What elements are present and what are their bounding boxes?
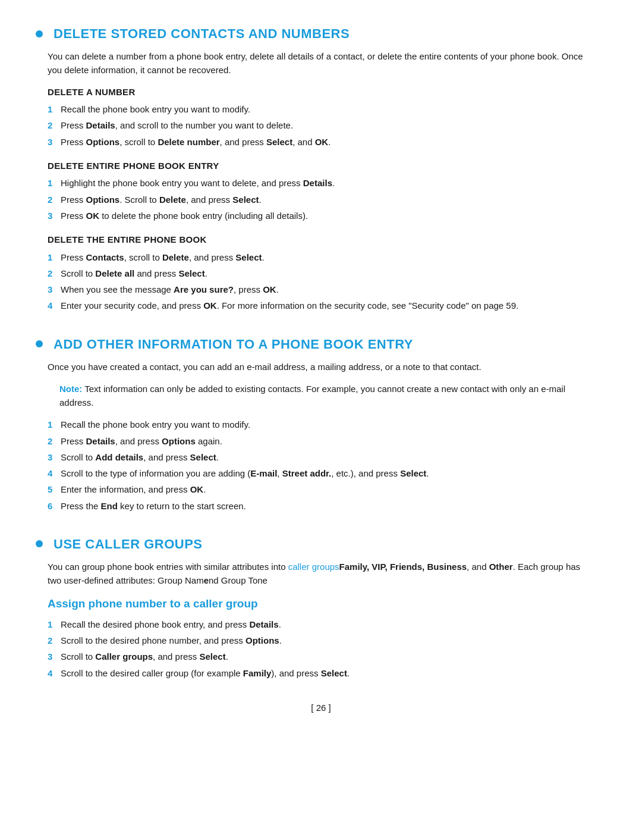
step-item: 1 Highlight the phone book entry you wan… (48, 176, 594, 190)
step-num: 3 (48, 135, 57, 149)
steps-add-info: 1 Recall the phone book entry you want t… (48, 418, 594, 513)
step-text: Enter the information, and press OK. (61, 482, 206, 496)
page-number: [ 26 ] (48, 701, 594, 715)
step-num: 5 (48, 482, 57, 496)
note-block: Note: Text information can only be added… (59, 382, 594, 410)
section-title-delete-stored: DELETE STORED CONTACTS AND NUMBERS (48, 24, 594, 43)
step-text: Press Options. Scroll to Delete, and pre… (61, 193, 262, 206)
step-item: 2 Press Details, and scroll to the numbe… (48, 118, 594, 132)
step-text: Recall the phone book entry you want to … (61, 418, 250, 431)
step-item: 4 Scroll to the type of information you … (48, 466, 594, 480)
step-item: 3 Scroll to Add details, and press Selec… (48, 450, 594, 464)
step-num: 2 (48, 267, 57, 280)
subsection-title-delete-entry: DELETE ENTIRE PHONE BOOK ENTRY (48, 159, 594, 173)
step-text: Scroll to Add details, and press Select. (61, 450, 219, 464)
step-item: 4 Enter your security code, and press OK… (48, 299, 594, 312)
section-delete-stored: DELETE STORED CONTACTS AND NUMBERS You c… (48, 24, 594, 313)
step-num: 1 (48, 250, 57, 264)
step-text: Recall the phone book entry you want to … (61, 102, 250, 116)
step-item: 2 Scroll to the desired phone number, an… (48, 634, 594, 647)
steps-assign-caller-group: 1 Recall the desired phone book entry, a… (48, 618, 594, 680)
step-item: 3 Press OK to delete the phone book entr… (48, 209, 594, 222)
desc-delete-stored: You can delete a number from a phone boo… (48, 49, 594, 77)
subsection-delete-entry: DELETE ENTIRE PHONE BOOK ENTRY 1 Highlig… (48, 159, 594, 222)
step-text: Press Options, scroll to Delete number, … (61, 135, 331, 149)
step-num: 2 (48, 434, 57, 448)
step-num: 2 (48, 634, 57, 647)
caller-groups-link: caller groups (288, 562, 339, 572)
step-text: Press OK to delete the phone book entry … (61, 209, 308, 222)
subsection-title-delete-book: DELETE THE ENTIRE PHONE BOOK (48, 233, 594, 247)
step-num: 4 (48, 299, 57, 312)
section-add-other-info: ADD OTHER INFORMATION TO A PHONE BOOK EN… (48, 334, 594, 513)
subsection-delete-number: DELETE A NUMBER 1 Recall the phone book … (48, 86, 594, 149)
step-num: 1 (48, 176, 57, 190)
step-num: 3 (48, 650, 57, 663)
step-num: 3 (48, 450, 57, 464)
section-title-add-info: ADD OTHER INFORMATION TO A PHONE BOOK EN… (48, 334, 594, 354)
steps-delete-number: 1 Recall the phone book entry you want t… (48, 102, 594, 149)
step-num: 2 (48, 193, 57, 206)
step-item: 5 Enter the information, and press OK. (48, 482, 594, 496)
step-text: Press Details, and press Options again. (61, 434, 222, 448)
step-num: 3 (48, 209, 57, 222)
step-item: 1 Press Contacts, scroll to Delete, and … (48, 250, 594, 264)
step-num: 3 (48, 283, 57, 296)
step-item: 2 Press Details, and press Options again… (48, 434, 594, 448)
step-item: 6 Press the End key to return to the sta… (48, 499, 594, 513)
step-item: 2 Scroll to Delete all and press Select. (48, 267, 594, 280)
step-num: 1 (48, 418, 57, 431)
step-item: 3 Scroll to Caller groups, and press Sel… (48, 650, 594, 663)
step-num: 1 (48, 102, 57, 116)
step-num: 2 (48, 118, 57, 132)
step-item: 4 Scroll to the desired caller group (fo… (48, 666, 594, 680)
step-text: Scroll to Delete all and press Select. (61, 267, 207, 280)
step-text: Scroll to the type of information you ar… (61, 466, 429, 480)
section-title-caller-groups: USE CALLER GROUPS (48, 534, 594, 554)
step-item: 3 Press Options, scroll to Delete number… (48, 135, 594, 149)
note-label: Note: (59, 384, 82, 394)
step-text: Recall the desired phone book entry, and… (61, 618, 281, 631)
step-num: 1 (48, 618, 57, 631)
step-text: Scroll to Caller groups, and press Selec… (61, 650, 228, 663)
desc-caller-groups: You can group phone book entries with si… (48, 560, 594, 588)
step-item: 2 Press Options. Scroll to Delete, and p… (48, 193, 594, 206)
bullet-dot-1 (36, 30, 43, 37)
heading-add-info: ADD OTHER INFORMATION TO A PHONE BOOK EN… (54, 334, 413, 354)
step-text: When you see the message Are you sure?, … (61, 283, 279, 296)
bullet-dot-3 (36, 540, 43, 547)
steps-delete-entry: 1 Highlight the phone book entry you wan… (48, 176, 594, 222)
step-num: 6 (48, 499, 57, 513)
step-item: 1 Recall the phone book entry you want t… (48, 418, 594, 431)
steps-delete-book: 1 Press Contacts, scroll to Delete, and … (48, 250, 594, 313)
step-text: Press Contacts, scroll to Delete, and pr… (61, 250, 265, 264)
section-caller-groups: USE CALLER GROUPS You can group phone bo… (48, 534, 594, 680)
step-item: 3 When you see the message Are you sure?… (48, 283, 594, 296)
step-text: Highlight the phone book entry you want … (61, 176, 335, 190)
step-num: 4 (48, 666, 57, 680)
step-text: Scroll to the desired phone number, and … (61, 634, 282, 647)
step-text: Scroll to the desired caller group (for … (61, 666, 350, 680)
step-item: 1 Recall the phone book entry you want t… (48, 102, 594, 116)
step-num: 4 (48, 466, 57, 480)
bullet-dot-2 (36, 340, 43, 347)
subheading-assign-caller-group: Assign phone number to a caller group (48, 595, 594, 613)
step-text: Press the End key to return to the start… (61, 499, 246, 513)
subsection-title-delete-number: DELETE A NUMBER (48, 86, 594, 99)
step-text: Enter your security code, and press OK. … (61, 299, 518, 312)
desc-add-info: Once you have created a contact, you can… (48, 360, 594, 374)
heading-delete-stored: DELETE STORED CONTACTS AND NUMBERS (54, 24, 350, 43)
subsection-delete-book: DELETE THE ENTIRE PHONE BOOK 1 Press Con… (48, 233, 594, 313)
step-text: Press Details, and scroll to the number … (61, 118, 293, 132)
step-item: 1 Recall the desired phone book entry, a… (48, 618, 594, 631)
heading-caller-groups: USE CALLER GROUPS (54, 534, 203, 554)
